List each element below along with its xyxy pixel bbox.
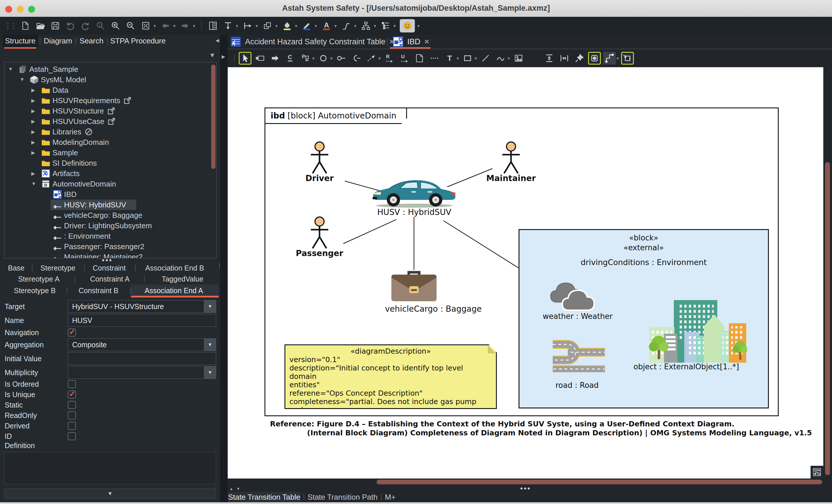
toolbar-grip-icon[interactable]: ⋮ (231, 54, 236, 63)
chevron-down-icon[interactable]: ▾ (378, 56, 381, 61)
chevron-down-icon[interactable]: ▾ (236, 23, 238, 29)
tab-search[interactable]: Search (77, 35, 106, 47)
tab-association-end-b[interactable]: Association End B (146, 264, 204, 272)
usage-tool-icon[interactable]: U (398, 52, 411, 64)
name-input[interactable]: HUSV (68, 314, 216, 327)
bottom-tab-state-transition-path[interactable]: State Transition Path (307, 492, 378, 502)
navigation-checkbox[interactable]: ✓ (68, 328, 76, 337)
chevron-down-icon[interactable]: ▾ (315, 23, 317, 29)
chevron-down-icon[interactable]: ▾ (312, 56, 315, 61)
align-vertical-icon[interactable] (223, 20, 233, 32)
chevron-down-icon[interactable]: ▾ (295, 23, 297, 29)
chevron-down-icon[interactable]: ▼ (204, 339, 216, 351)
part-driving-conditions[interactable]: «block» «external» drivingConditions : E… (519, 229, 769, 408)
chevron-down-icon[interactable]: ▾ (474, 56, 477, 61)
tab-constraint-b[interactable]: Constraint B (79, 287, 119, 295)
dependency-tool-icon[interactable] (365, 52, 378, 64)
tab-base[interactable]: Base (8, 264, 25, 272)
tree-item[interactable]: ▶Libraries (4, 127, 216, 137)
fit-to-window-icon[interactable] (140, 20, 151, 32)
actor-maintainer[interactable]: Maintainer (482, 141, 540, 183)
freehand-tool-icon[interactable] (494, 52, 507, 64)
align-horizontal-icon[interactable] (242, 20, 253, 32)
tab-association-end-a[interactable]: Association End A (145, 287, 203, 295)
chevron-down-icon[interactable]: ▾ (374, 23, 376, 29)
tree-item[interactable]: Passenger: Passenger2 (4, 241, 216, 252)
id-checkbox[interactable] (68, 432, 76, 440)
chevron-down-icon[interactable]: ▼ (204, 300, 216, 313)
diagram-overview-button[interactable] (811, 466, 823, 478)
distribute-vertical-icon[interactable] (543, 52, 556, 64)
definition-textarea[interactable] (4, 452, 216, 484)
is-ordered-checkbox[interactable] (68, 380, 76, 388)
target-select[interactable]: HybridSUV - HSUVStructure▼ (68, 300, 216, 313)
structure-list-icon[interactable] (380, 20, 391, 32)
expander-closed-icon[interactable]: ▶ (31, 129, 35, 135)
chevron-down-icon[interactable]: ▾ (457, 56, 459, 61)
expander-open-icon[interactable]: ▼ (20, 77, 25, 83)
chevron-down-icon[interactable]: ▾ (154, 23, 156, 29)
tab-stereotype[interactable]: Stereotype (41, 264, 76, 272)
fill-color-icon[interactable] (282, 20, 293, 32)
tree-item[interactable]: ▶HSUVStructure (4, 106, 216, 116)
collapse-panel-button[interactable]: ▼ (4, 488, 216, 499)
hierarchy-chart-icon[interactable] (360, 20, 371, 32)
provided-interface-tool-icon[interactable] (335, 52, 348, 64)
history-back-icon[interactable] (160, 20, 171, 32)
tree-item[interactable]: Driver: LightingSubsystem (4, 220, 216, 231)
distribute-horizontal-icon[interactable] (558, 52, 571, 64)
line-color-icon[interactable] (301, 20, 312, 32)
tree-filter-dropdown-icon[interactable]: ▼ (209, 52, 215, 59)
select-tool-icon[interactable] (239, 52, 252, 64)
tab-diagram[interactable]: Diagram (42, 35, 74, 47)
static-checkbox[interactable] (68, 401, 76, 409)
constraint-tool-icon[interactable]: C (284, 52, 297, 64)
chevron-down-icon[interactable]: ▾ (275, 23, 278, 29)
expander-closed-icon[interactable]: ▶ (31, 170, 35, 177)
expander-closed-icon[interactable]: ▶ (31, 87, 35, 93)
history-forward-icon[interactable] (180, 20, 191, 32)
pin-icon[interactable] (573, 52, 586, 64)
close-tab-icon[interactable]: × (424, 37, 429, 46)
chevron-down-icon[interactable]: ▾ (354, 23, 356, 29)
tree-item[interactable]: IBD (4, 189, 216, 200)
actor-passenger[interactable]: Passenger (291, 216, 348, 258)
city-icon[interactable] (647, 299, 747, 363)
weather-icon[interactable] (543, 280, 611, 312)
panel-resize-handle[interactable]: ••• (520, 484, 531, 493)
tree-item[interactable]: : Environment (4, 231, 216, 241)
tree-item[interactable]: SI Definitions (4, 158, 216, 168)
part-tool-icon[interactable] (254, 52, 266, 64)
anchor-tool-icon[interactable] (428, 52, 441, 64)
initial-value-input[interactable] (68, 352, 216, 365)
tab-constraint-a[interactable]: Constraint A (90, 275, 129, 283)
detail-panel-icon[interactable] (207, 20, 218, 32)
item-flow-tool-icon[interactable] (269, 52, 282, 64)
font-color-icon[interactable]: A (321, 20, 332, 32)
aggregation-select[interactable]: Composite▼ (68, 338, 216, 351)
tab-structure[interactable]: Structure (3, 35, 38, 47)
bottom-tab-m-plus[interactable]: M+ (383, 492, 397, 502)
readonly-checkbox[interactable] (68, 411, 76, 419)
chevron-down-icon[interactable]: ▾ (330, 56, 333, 61)
diagram-canvas[interactable]: ibd [block] AutomotiveDomain Driver Main… (228, 67, 823, 478)
depth-order-icon[interactable] (262, 20, 273, 32)
scroll-down-icon[interactable]: ▼ (236, 487, 240, 491)
tree-item[interactable]: ▶Data (4, 85, 216, 95)
canvas-vscrollbar-thumb[interactable] (825, 162, 830, 475)
chevron-down-icon[interactable]: ▾ (256, 23, 258, 29)
realization-tool-icon[interactable]: R (383, 52, 396, 64)
diagram-description-note[interactable]: «diagramDescription» version="0.1" descr… (284, 344, 497, 409)
tab-constraint[interactable]: Constraint (93, 264, 126, 272)
line-style-icon[interactable] (603, 52, 616, 64)
chevron-down-icon[interactable]: ▾ (173, 23, 176, 29)
port-tool-icon[interactable]: P (299, 52, 312, 64)
new-file-icon[interactable] (20, 20, 31, 32)
tree-item-selected[interactable]: HUSV: HybridSUV (4, 200, 216, 210)
rectangle-tool-icon[interactable] (461, 52, 474, 64)
editor-tab-accident-table[interactable]: Accident Hazard Safety Constraint Table … (231, 35, 394, 49)
open-file-icon[interactable] (35, 20, 46, 32)
bottom-tab-state-transition-table[interactable]: State Transition Table (228, 492, 301, 502)
chevron-down-icon[interactable]: ▾ (417, 23, 419, 29)
actor-driver[interactable]: Driver (291, 141, 348, 183)
